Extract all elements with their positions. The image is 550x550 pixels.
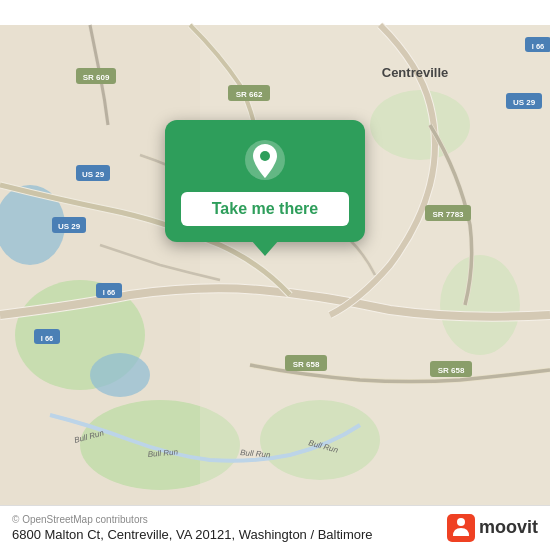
svg-text:SR 662: SR 662 bbox=[236, 90, 263, 99]
map-background: SR 609 SR 662 US 29 US 29 I 66 I 66 I 66… bbox=[0, 0, 550, 550]
svg-text:US 29: US 29 bbox=[58, 222, 81, 231]
svg-text:SR 658: SR 658 bbox=[293, 360, 320, 369]
popup-card: Take me there bbox=[165, 120, 365, 242]
svg-text:SR 7783: SR 7783 bbox=[432, 210, 464, 219]
svg-text:SR 658: SR 658 bbox=[438, 366, 465, 375]
copyright-text: © OpenStreetMap contributors bbox=[12, 514, 373, 525]
address-text: 6800 Malton Ct, Centreville, VA 20121, W… bbox=[12, 527, 373, 542]
moovit-icon bbox=[447, 514, 475, 542]
moovit-logo: moovit bbox=[447, 514, 538, 542]
svg-point-7 bbox=[90, 353, 150, 397]
map-container: SR 609 SR 662 US 29 US 29 I 66 I 66 I 66… bbox=[0, 0, 550, 550]
svg-text:I 66: I 66 bbox=[103, 288, 116, 297]
svg-point-37 bbox=[260, 151, 270, 161]
location-pin-icon bbox=[243, 138, 287, 182]
svg-text:I 66: I 66 bbox=[41, 334, 54, 343]
svg-text:I 66: I 66 bbox=[532, 42, 545, 51]
svg-point-39 bbox=[457, 518, 465, 526]
moovit-brand-name: moovit bbox=[479, 518, 538, 538]
footer-bar: © OpenStreetMap contributors 6800 Malton… bbox=[0, 505, 550, 550]
take-me-there-button[interactable]: Take me there bbox=[181, 192, 349, 226]
svg-text:Centreville: Centreville bbox=[382, 65, 448, 80]
svg-text:SR 609: SR 609 bbox=[83, 73, 110, 82]
footer-left: © OpenStreetMap contributors 6800 Malton… bbox=[12, 514, 373, 542]
svg-text:US 29: US 29 bbox=[513, 98, 536, 107]
svg-text:US 29: US 29 bbox=[82, 170, 105, 179]
